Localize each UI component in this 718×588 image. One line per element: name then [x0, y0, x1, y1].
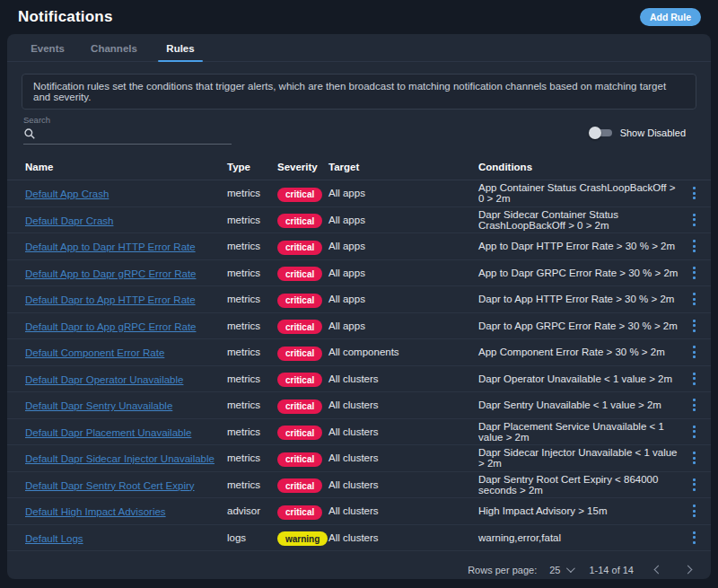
rule-name-link[interactable]: Default High Impact Advisories — [25, 506, 166, 517]
rule-severity-cell: critical — [277, 397, 328, 414]
rule-name-link[interactable]: Default Dapr Sidecar Injector Unavailabl… — [25, 453, 215, 464]
severity-badge: warning — [277, 531, 328, 546]
show-disabled-switch[interactable] — [589, 127, 613, 139]
rule-severity-cell: critical — [277, 503, 328, 520]
rule-conditions: Dapr to App GRPC Error Rate > 30 % > 2m — [478, 320, 680, 331]
table-row: Default Dapr Sentry Unavailablemetricscr… — [7, 392, 711, 419]
row-menu-kebab-icon[interactable] — [690, 317, 698, 335]
rule-conditions: App Component Error Rate > 30 % > 2m — [478, 347, 680, 357]
search-icon — [23, 127, 36, 140]
row-menu-kebab-icon[interactable] — [690, 343, 698, 361]
severity-badge: critical — [277, 267, 322, 281]
row-menu-kebab-icon[interactable] — [690, 476, 698, 494]
severity-badge: critical — [277, 505, 322, 520]
row-menu-kebab-icon[interactable] — [690, 370, 698, 388]
row-menu-kebab-icon[interactable] — [690, 396, 698, 414]
rule-name-link[interactable]: Default Logs — [25, 533, 83, 544]
rule-name-link[interactable]: Default Component Error Rate — [25, 347, 164, 358]
rule-type: metrics — [227, 347, 277, 357]
tab-channels[interactable]: Channels — [81, 34, 147, 61]
rule-type: metrics — [227, 188, 277, 198]
search-field: Search — [23, 115, 232, 145]
info-banner: Notification rules set the conditions th… — [22, 74, 696, 110]
tab-bar: Events Channels Rules — [7, 34, 711, 62]
table-row: Default App CrashmetricscriticalAll apps… — [7, 180, 711, 207]
row-menu-kebab-icon[interactable] — [690, 423, 698, 441]
rule-name-cell: Default Dapr Placement Unavailable — [25, 424, 227, 440]
previous-page-icon[interactable] — [654, 566, 663, 575]
row-menu-kebab-icon[interactable] — [690, 290, 698, 308]
rule-conditions: App Container Status CrashLoopBackOff > … — [478, 182, 680, 204]
rule-name-link[interactable]: Default Dapr Operator Unavailable — [25, 374, 183, 385]
row-menu-kebab-icon[interactable] — [690, 184, 698, 202]
next-page-icon[interactable] — [684, 566, 693, 575]
severity-badge: critical — [277, 478, 322, 493]
rows-per-page-group: Rows per page: 25 — [468, 565, 573, 575]
rule-severity-cell: critical — [277, 424, 328, 441]
rule-target: All apps — [328, 215, 478, 225]
table-row: Default App to Dapr gRPC Error Ratemetri… — [7, 260, 711, 287]
rule-conditions: App to Dapr HTTP Error Rate > 30 % > 2m — [478, 241, 680, 251]
rule-conditions: Dapr Placement Service Unavailable < 1 v… — [478, 421, 680, 443]
tab-events[interactable]: Events — [14, 34, 81, 61]
severity-badge: critical — [277, 373, 322, 387]
rule-name-link[interactable]: Default App Crash — [25, 189, 109, 199]
rule-conditions: Dapr Operator Unavailable < 1 value > 2m — [478, 373, 680, 384]
row-menu-kebab-icon[interactable] — [690, 502, 698, 520]
row-menu-kebab-icon[interactable] — [690, 529, 698, 547]
rule-name-link[interactable]: Default Dapr Sentry Unavailable — [25, 400, 172, 411]
row-menu-kebab-icon[interactable] — [690, 264, 698, 282]
rule-severity-cell: warning — [277, 530, 328, 547]
rule-name-link[interactable]: Default Dapr to App HTTP Error Rate — [25, 294, 196, 305]
rule-name-cell: Default App to Dapr HTTP Error Rate — [25, 238, 227, 254]
table-row: Default Dapr Sentry Root Cert Expirymetr… — [7, 472, 711, 499]
rule-target: All clusters — [328, 399, 478, 410]
rule-name-link[interactable]: Default Dapr Sentry Root Cert Expiry — [25, 480, 195, 491]
rule-target: All apps — [328, 188, 478, 198]
row-menu-kebab-icon[interactable] — [690, 211, 698, 229]
rule-name-cell: Default High Impact Advisories — [25, 503, 227, 519]
show-disabled-toggle-group: Show Disabled — [589, 127, 686, 145]
rule-severity-cell: critical — [277, 185, 328, 202]
rule-severity-cell: critical — [277, 371, 328, 388]
rule-name-link[interactable]: Default App to Dapr gRPC Error Rate — [25, 268, 196, 279]
rule-name-cell: Default Dapr Operator Unavailable — [25, 371, 227, 387]
rule-conditions: warning,error,fatal — [478, 532, 680, 543]
rule-conditions: Dapr Sentry Unavailable < 1 value > 2m — [478, 399, 680, 410]
rule-type: metrics — [227, 241, 277, 251]
topbar: Notifications Add Rule — [0, 0, 718, 34]
rule-severity-cell: critical — [277, 477, 328, 494]
severity-badge: critical — [277, 399, 322, 414]
rule-name-link[interactable]: Default App to Dapr HTTP Error Rate — [25, 241, 196, 252]
rule-name-link[interactable]: Default Dapr Crash — [25, 215, 113, 226]
rule-target: All clusters — [328, 373, 478, 384]
rule-severity-cell: critical — [277, 238, 328, 255]
add-rule-button[interactable]: Add Rule — [640, 8, 701, 26]
show-disabled-label: Show Disabled — [620, 127, 686, 138]
rule-name-cell: Default Dapr to App HTTP Error Rate — [25, 291, 227, 307]
rows-per-page-select[interactable]: 25 — [549, 565, 573, 575]
rule-name-cell: Default App to Dapr gRPC Error Rate — [25, 265, 227, 281]
rule-target: All clusters — [328, 479, 478, 490]
pagination-range: 1-14 of 14 — [589, 565, 634, 575]
rule-name-link[interactable]: Default Dapr to App gRPC Error Rate — [25, 321, 196, 332]
rule-conditions: Dapr Sidecar Injector Unavailable < 1 va… — [478, 447, 680, 469]
table-row: Default High Impact Advisoriesadvisorcri… — [7, 498, 711, 525]
row-menu-kebab-icon[interactable] — [690, 237, 698, 255]
rule-type: metrics — [227, 452, 277, 463]
rule-target: All apps — [328, 241, 478, 251]
tab-rules[interactable]: Rules — [147, 34, 214, 61]
row-menu-kebab-icon[interactable] — [690, 449, 698, 467]
chevron-down-icon — [566, 564, 575, 573]
rule-conditions: App to Dapr GRPC Error Rate > 30 % > 2m — [478, 268, 680, 278]
search-label: Search — [23, 115, 232, 125]
rule-type: metrics — [227, 320, 277, 331]
table-row: Default Component Error Ratemetricscriti… — [7, 339, 711, 366]
rule-target: All apps — [328, 268, 478, 278]
rule-target: All apps — [328, 294, 478, 304]
rule-type: metrics — [227, 399, 277, 410]
rule-name-cell: Default App Crash — [25, 185, 227, 201]
rule-name-link[interactable]: Default Dapr Placement Unavailable — [25, 427, 191, 438]
rows-per-page-label: Rows per page: — [468, 565, 537, 575]
search-input[interactable] — [41, 127, 232, 140]
